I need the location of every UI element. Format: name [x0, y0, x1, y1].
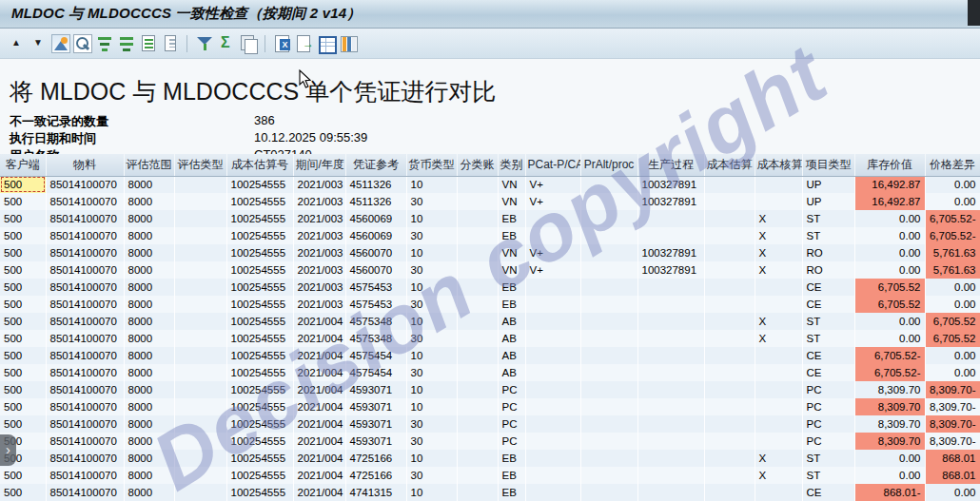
column-header[interactable]: PCat-P/CAI [525, 154, 580, 176]
table-cell[interactable]: 2021/003 [293, 279, 345, 296]
column-header[interactable]: 评估类型 [174, 154, 226, 176]
table-cell[interactable]: 2021/004 [293, 450, 345, 467]
table-cell[interactable] [525, 484, 580, 501]
column-header[interactable]: 评估范围 [124, 154, 174, 176]
table-cell[interactable] [637, 347, 704, 364]
table-cell[interactable] [637, 364, 704, 381]
table-cell[interactable]: 8000 [124, 484, 174, 501]
table-cell[interactable] [174, 364, 226, 381]
table-cell[interactable] [755, 398, 802, 415]
table-cell[interactable] [755, 364, 802, 381]
table-cell[interactable] [755, 296, 802, 313]
table-cell[interactable]: EB [498, 279, 525, 296]
table-cell[interactable]: 10 [406, 210, 457, 227]
table-cell[interactable] [457, 484, 498, 501]
table-cell[interactable]: EB [498, 227, 525, 244]
table-cell[interactable] [580, 210, 637, 227]
table-cell[interactable] [525, 227, 580, 244]
stacked-bars-icon[interactable] [95, 34, 114, 53]
table-cell[interactable]: 0.00 [925, 176, 980, 193]
table-cell[interactable]: 4575453 [345, 296, 406, 313]
table-cell[interactable]: CE [802, 364, 854, 381]
table-cell[interactable]: 30 [406, 296, 457, 313]
table-cell[interactable]: 10 [406, 347, 457, 364]
table-cell[interactable] [174, 261, 226, 279]
table-cell[interactable]: 8000 [124, 296, 174, 313]
table-cell[interactable]: 500 [0, 364, 46, 381]
table-cell[interactable]: 8000 [124, 450, 174, 467]
table-cell[interactable]: 500 [0, 244, 46, 261]
table-cell[interactable]: 100254555 [226, 484, 293, 501]
table-cell[interactable]: ST [802, 210, 854, 227]
table-cell[interactable] [525, 467, 580, 484]
table-cell[interactable] [580, 467, 637, 484]
table-cell[interactable] [637, 296, 704, 313]
column-header[interactable]: 成本估算号 [226, 154, 293, 176]
table-cell[interactable]: 4560070 [345, 244, 406, 261]
table-cell[interactable]: PC [802, 433, 854, 450]
table-cell[interactable] [457, 176, 498, 193]
table-cell[interactable]: 85014100070 [46, 244, 124, 261]
table-cell[interactable] [525, 381, 580, 398]
table-cell[interactable] [580, 279, 637, 296]
table-cell[interactable] [174, 347, 226, 364]
table-cell[interactable]: 4560070 [345, 261, 406, 279]
table-cell[interactable]: 0.00 [854, 450, 925, 467]
table-cell[interactable]: 8,309.70- [925, 415, 980, 433]
table-cell[interactable]: 8000 [124, 433, 174, 450]
table-cell[interactable] [704, 415, 755, 433]
table-cell[interactable] [637, 227, 704, 244]
table-cell[interactable]: AB [498, 347, 525, 364]
table-cell[interactable]: 8000 [124, 261, 174, 279]
table-cell[interactable]: 100254555 [226, 381, 293, 398]
table-cell[interactable] [704, 176, 755, 193]
table-cell[interactable] [174, 467, 226, 484]
table-cell[interactable]: 30 [406, 364, 457, 381]
table-cell[interactable]: 100254555 [226, 347, 293, 364]
table-cell[interactable] [174, 381, 226, 398]
table-cell[interactable]: 6,705.52- [854, 347, 925, 364]
table-cell[interactable]: 8,309.70 [854, 433, 925, 450]
table-cell[interactable]: ST [802, 313, 854, 330]
table-cell[interactable]: 8000 [124, 313, 174, 330]
table-cell[interactable]: 16,492.87 [854, 176, 925, 193]
table-cell[interactable] [457, 450, 498, 467]
table-cell[interactable]: V+ [525, 193, 580, 210]
table-cell[interactable]: 85014100070 [46, 330, 124, 347]
table-cell[interactable]: 0.00 [925, 364, 980, 381]
column-header[interactable]: 价格差异 [925, 154, 980, 176]
table-cell[interactable] [704, 313, 755, 330]
table-cell[interactable]: 8,309.70- [925, 398, 980, 415]
table-cell[interactable]: 100254555 [226, 450, 293, 467]
table-cell[interactable]: 100254555 [226, 467, 293, 484]
table-cell[interactable] [580, 193, 637, 210]
table-cell[interactable]: 2021/004 [293, 467, 345, 484]
table-cell[interactable]: 0.00 [854, 244, 925, 261]
table-cell[interactable]: 100254555 [226, 433, 293, 450]
table-cell[interactable] [525, 433, 580, 450]
table-cell[interactable] [704, 467, 755, 484]
table-cell[interactable]: 100327891 [637, 261, 704, 279]
table-cell[interactable]: X [755, 330, 802, 347]
column-header[interactable]: 分类账 [457, 154, 498, 176]
table-cell[interactable]: VN [498, 261, 525, 279]
document-arrow-icon[interactable] [295, 34, 314, 53]
table-cell[interactable] [704, 381, 755, 398]
table-cell[interactable]: 6,705.52 [854, 279, 925, 296]
table-cell[interactable]: 500 [0, 227, 46, 244]
table-cell[interactable]: 0.00 [854, 313, 925, 330]
column-header[interactable]: 凭证参考 [345, 154, 406, 176]
table-cell[interactable]: 85014100070 [46, 364, 124, 381]
table-cell[interactable]: VN [498, 176, 525, 193]
table-cell[interactable]: 8000 [124, 381, 174, 398]
table-cell[interactable]: 4593071 [345, 415, 406, 433]
table-cell[interactable]: 85014100070 [46, 433, 124, 450]
column-header[interactable]: 物料 [46, 154, 124, 176]
table-cell[interactable] [525, 415, 580, 433]
table-cell[interactable]: AB [498, 364, 525, 381]
table-cell[interactable] [755, 484, 802, 501]
column-header[interactable]: 项目类型 [802, 154, 854, 176]
table-cell[interactable]: 8,309.70 [854, 381, 925, 398]
document-lines-icon[interactable] [139, 34, 158, 53]
table-cell[interactable]: 8000 [124, 467, 174, 484]
